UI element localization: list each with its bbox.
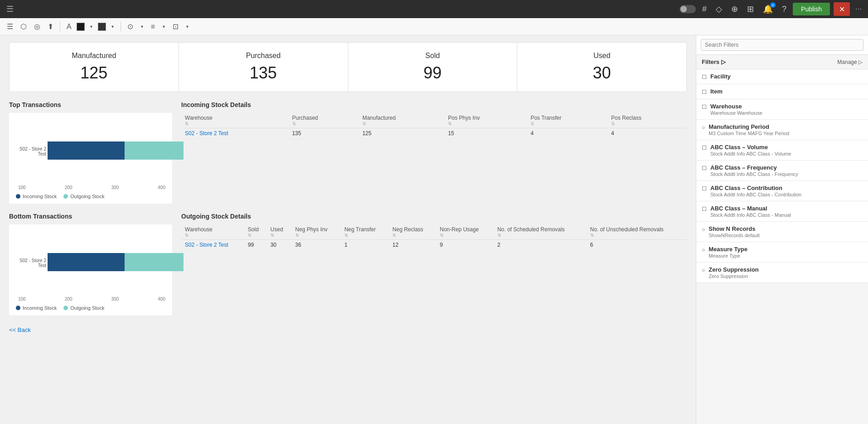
incoming-header-row: Warehouse⇅ Purchased⇅ Manufactured⇅ Pos …: [181, 113, 687, 128]
outgoing-stock-section: Outgoing Stock Details Warehouse⇅ Sold⇅ …: [181, 213, 687, 315]
bottom-x-300: 300: [111, 297, 119, 302]
filter-measure-type[interactable]: ○ Measure Type Measure Type: [696, 242, 868, 263]
tb-back-icon[interactable]: ◎: [32, 21, 43, 32]
tb-align-icon[interactable]: ≡: [149, 21, 157, 32]
top-nav: ☰ # ◇ ⊕ ⊞ 🔔 6 ? Publish ✕ ⋯: [0, 0, 868, 18]
oth-neg-phys: Neg Phys Inv⇅: [292, 224, 341, 240]
top-chart-bars: S02 - Store 2 Test: [16, 120, 165, 183]
used-value: 30: [526, 63, 677, 83]
manage-button[interactable]: Manage ▷: [837, 59, 863, 65]
filter-abc-volume[interactable]: ☐ ABC Class – Volume Stock Addtl Info AB…: [696, 140, 868, 161]
tb-circle-icon[interactable]: ⊙: [125, 21, 135, 32]
filter-abc-frequency[interactable]: ☐ ABC Class – Frequency Stock Addtl Info…: [696, 161, 868, 181]
bell-icon[interactable]: 🔔 6: [760, 2, 776, 16]
item-icon: ☐: [702, 89, 707, 95]
filters-arrow: ▷: [721, 58, 726, 65]
tb-color1-dropdown[interactable]: ▾: [87, 22, 95, 31]
outgoing-data-row: S02 - Store 2 Test 99 30 36 1 12 9 2 6: [181, 240, 687, 250]
sort-purchased[interactable]: ⇅: [292, 121, 355, 126]
used-label: Used: [526, 52, 677, 60]
incoming-stock-section: Incoming Stock Details Warehouse⇅ Purcha…: [181, 101, 687, 204]
osort-sold[interactable]: ⇅: [248, 233, 263, 238]
oth-warehouse: Warehouse⇅: [181, 224, 244, 240]
zero-suppression-icon: ○: [702, 267, 705, 273]
filter-show-n[interactable]: ○ Show N Records ShowNRecords default: [696, 222, 868, 242]
search-input[interactable]: [701, 39, 863, 51]
top-chart-legend: Incoming Stock Outgoing Stock: [16, 194, 165, 199]
filters-label: Filters ▷: [702, 58, 726, 65]
main-layout: Manufactured 125 Purchased 135 Sold 99 U…: [0, 35, 868, 424]
bottom-bar-outgoing: [125, 253, 183, 271]
abc-volume-content: ABC Class – Volume Stock Addtl Info ABC …: [710, 144, 863, 156]
hash-icon[interactable]: #: [699, 3, 709, 16]
filter-mfg-period[interactable]: ○ Manufacturing Period M3 Custom Time MA…: [696, 120, 868, 140]
tb-box-dropdown[interactable]: ▾: [183, 22, 191, 31]
osort-scheduled[interactable]: ⇅: [497, 233, 583, 238]
sort-warehouse[interactable]: ⇅: [185, 121, 285, 126]
publish-button[interactable]: Publish: [793, 3, 830, 15]
top-transactions-section: Top Transactions S02 - Store 2 Test: [9, 101, 687, 204]
filter-facility[interactable]: ☐ Facility: [696, 69, 868, 84]
bottom-incoming-dot: [16, 306, 20, 310]
top-bar-incoming: [48, 141, 125, 160]
osort-neg-reclass[interactable]: ⇅: [392, 233, 432, 238]
osort-warehouse[interactable]: ⇅: [185, 233, 241, 238]
warehouse-icon: ☐: [702, 104, 707, 110]
item-content: Item: [710, 88, 863, 95]
filter-zero-suppression[interactable]: ○ Zero Suppression Zero Suppression: [696, 263, 868, 283]
oth-non-rep: Non-Rep Usage⇅: [436, 224, 494, 240]
menu-icon[interactable]: ☰: [5, 2, 15, 16]
close-button[interactable]: ✕: [834, 2, 850, 16]
tb-text-icon[interactable]: A: [64, 21, 74, 32]
osort-used[interactable]: ⇅: [270, 233, 288, 238]
td-pos-transfer: 4: [527, 128, 608, 139]
diamond-icon[interactable]: ◇: [713, 2, 725, 16]
osort-non-rep[interactable]: ⇅: [440, 233, 490, 238]
sidebar-header: Filters ▷ Manage ▷: [696, 55, 868, 69]
tb-forward-icon[interactable]: ⬆: [45, 21, 56, 32]
th-pos-phys: Pos Phys Inv⇅: [444, 113, 527, 128]
abc-frequency-sub: Stock Addtl Info ABC Class - Frequency: [710, 171, 863, 177]
top-incoming-dot: [16, 194, 20, 199]
tb-color2[interactable]: [98, 23, 106, 31]
warehouse-link[interactable]: S02 - Store 2 Test: [185, 130, 228, 136]
osort-neg-phys[interactable]: ⇅: [295, 233, 338, 238]
show-n-sub: ShowNRecords default: [709, 233, 863, 238]
otd-neg-phys: 36: [292, 240, 341, 250]
sort-pos-phys[interactable]: ⇅: [448, 121, 523, 126]
tb-circle-dropdown[interactable]: ▾: [138, 22, 146, 31]
plus-circle-icon[interactable]: ⊕: [728, 2, 741, 16]
top-chart-container: S02 - Store 2 Test 100 200 300: [9, 113, 172, 204]
layout-icon[interactable]: ⊞: [744, 2, 757, 16]
sort-manufactured[interactable]: ⇅: [362, 121, 441, 126]
incoming-stock-table: Warehouse⇅ Purchased⇅ Manufactured⇅ Pos …: [181, 113, 687, 139]
th-pos-reclass: Pos Reclass⇅: [608, 113, 687, 128]
filter-abc-manual[interactable]: ☐ ABC Class – Manual Stock Addtl Info AB…: [696, 201, 868, 222]
outgoing-warehouse-link[interactable]: S02 - Store 2 Test: [185, 242, 228, 248]
filter-abc-contribution[interactable]: ☐ ABC Class – Contribution Stock Addtl I…: [696, 181, 868, 201]
filter-item[interactable]: ☐ Item: [696, 84, 868, 99]
tb-align-dropdown[interactable]: ▾: [160, 22, 168, 31]
bottom-transactions-chart: Bottom Transactions S02 - Store 2 Test: [9, 213, 172, 315]
zero-suppression-sub: Zero Suppression: [709, 273, 863, 279]
sort-pos-transfer[interactable]: ⇅: [530, 121, 604, 126]
tb-color1[interactable]: [77, 23, 85, 31]
tb-stack-icon[interactable]: ⬡: [18, 21, 29, 32]
abc-volume-name: ABC Class – Volume: [710, 144, 863, 151]
tb-color2-dropdown[interactable]: ▾: [109, 22, 116, 31]
otd-used: 30: [267, 240, 292, 250]
question-icon[interactable]: ?: [779, 3, 789, 16]
zero-suppression-name: Zero Suppression: [709, 266, 863, 273]
filter-warehouse[interactable]: ☐ Warehouse Warehouse Warehouse: [696, 99, 868, 120]
oth-unscheduled: No. of Unscheduled Removals⇅: [587, 224, 687, 240]
sort-pos-reclass[interactable]: ⇅: [611, 121, 683, 126]
tb-separator2: [121, 22, 121, 32]
tb-box-icon[interactable]: ⊡: [170, 21, 181, 32]
mfg-period-icon: ○: [702, 124, 705, 131]
back-button[interactable]: << Back: [9, 324, 31, 336]
more-icon[interactable]: ⋯: [854, 4, 863, 15]
tb-layers-icon[interactable]: ☰: [5, 21, 15, 32]
osort-unscheduled[interactable]: ⇅: [590, 233, 684, 238]
osort-neg-transfer[interactable]: ⇅: [344, 233, 385, 238]
toggle-switch[interactable]: [680, 5, 696, 13]
